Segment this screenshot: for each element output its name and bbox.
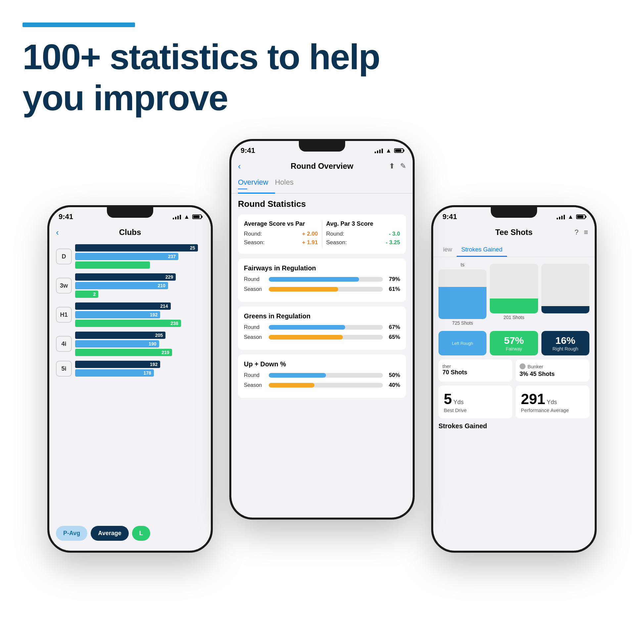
fairways-title: Fairways in Regulation xyxy=(244,264,400,272)
pct-cards-row: Left Rough 57% Fairway 16% Right Rough xyxy=(438,331,589,355)
updown-season-track xyxy=(269,383,383,388)
average-button[interactable]: Average xyxy=(91,526,128,541)
club-row-d: D 25 237 xyxy=(56,244,204,269)
tab-holes[interactable]: Holes xyxy=(275,175,300,193)
club-label-h1: H1 xyxy=(56,307,72,323)
right-status-time: 9:41 xyxy=(442,212,457,221)
strokes-gained-label: Strokes Gained xyxy=(438,422,589,430)
phones-container: 9:41 ▲ ‹ Clubs xyxy=(41,139,603,609)
shot-col-ts: ts 725 Shots xyxy=(438,262,486,326)
pct-card-left: Left Rough xyxy=(438,331,486,355)
l-button[interactable]: L xyxy=(132,526,150,541)
updown-card: Up + Down % Round 50% Season 40% xyxy=(238,354,406,398)
center-wifi-icon: ▲ xyxy=(386,147,391,154)
phone-center: 9:41 ▲ ‹ Round Overview xyxy=(229,139,415,520)
club-label-5i: 5i xyxy=(56,361,72,377)
other-value: 70 Shots xyxy=(442,369,508,376)
greens-season-label: Season xyxy=(244,334,265,340)
bottom-buttons: P-Avg Average L xyxy=(49,526,211,541)
updown-round-pct: 50% xyxy=(386,372,400,379)
perf-avg-num: 291 xyxy=(521,391,545,407)
big-stat-best-drive: 5 Yds Best Drive xyxy=(438,386,512,418)
updown-round-track xyxy=(269,373,383,378)
small-stat-bunker: Bunker 3% 45 Shots xyxy=(516,359,589,382)
right-tab-strokes[interactable]: Strokes Gained xyxy=(457,244,507,257)
club-label-d: D xyxy=(56,249,72,264)
right-nav-title: Tee Shots xyxy=(495,228,533,237)
club-bars-3w: 229 210 2 xyxy=(75,273,204,298)
fairways-round-track xyxy=(269,277,383,282)
greens-round-track xyxy=(269,325,383,330)
right-tab-iew[interactable]: iew xyxy=(438,244,457,257)
greens-card: Greens in Regulation Round 67% Season xyxy=(238,306,406,350)
bunker-value: 3% 45 Shots xyxy=(520,371,585,378)
par3-season-label: Season: xyxy=(326,239,347,246)
shot-bar-ts xyxy=(438,269,486,319)
fairways-card: Fairways in Regulation Round 79% Season xyxy=(238,258,406,302)
club-bars-5i: 192 178 xyxy=(75,361,204,377)
club-bars-4i: 205 190 219 xyxy=(75,332,204,356)
other-label: ther xyxy=(442,363,508,369)
club-row-5i: 5i 192 178 xyxy=(56,361,204,377)
club-bars-d: 25 237 xyxy=(75,244,204,269)
tab-overview[interactable]: Overview xyxy=(238,175,275,194)
edit-icon[interactable]: ✎ xyxy=(400,162,406,170)
left-wifi-icon: ▲ xyxy=(184,213,190,220)
fairways-round-pct: 79% xyxy=(386,276,400,283)
par3-round-value: - 3.0 xyxy=(389,231,400,237)
pct-card-right-rough: 16% Right Rough xyxy=(541,331,589,355)
clubs-content: D 25 237 3w 229 210 2 xyxy=(49,241,211,385)
big-stat-performance: 291 Yds Performance Average xyxy=(516,386,589,418)
best-drive-num: 5 xyxy=(444,391,452,407)
phone-right: 9:41 ▲ Tee Shots xyxy=(431,205,597,553)
greens-round-pct: 67% xyxy=(386,324,400,331)
shot-col-3 xyxy=(541,262,589,326)
best-drive-label: Best Drive xyxy=(444,407,507,413)
fairways-season-track xyxy=(269,287,383,292)
left-battery-icon xyxy=(192,214,202,219)
right-rough-label: Right Rough xyxy=(552,346,578,351)
round-label: Round: xyxy=(244,231,262,237)
left-phone-notch xyxy=(107,207,153,218)
bunker-label: Bunker xyxy=(528,364,543,369)
shot-bar-3 xyxy=(541,264,589,313)
left-back-button[interactable]: ‹ xyxy=(56,227,59,238)
fairways-round-label: Round xyxy=(244,276,265,282)
club-row-3w: 3w 229 210 2 xyxy=(56,273,204,298)
center-back-button[interactable]: ‹ xyxy=(238,161,241,171)
center-phone-notch xyxy=(299,141,345,152)
shots-725: 725 Shots xyxy=(452,320,473,326)
season-value: + 1.91 xyxy=(302,239,318,246)
filter-icon[interactable]: ≡ xyxy=(584,228,588,237)
avg-score-title: Average Score vs Par xyxy=(244,220,318,227)
right-battery-icon xyxy=(576,214,585,219)
score-card: Average Score vs Par Round: + 2.00 Seaso… xyxy=(238,214,406,254)
phone-left: 9:41 ▲ ‹ Clubs xyxy=(47,205,213,553)
section-title: Round Statistics xyxy=(238,199,406,209)
shot-col-2: 201 Shots xyxy=(490,262,538,326)
updown-round-label: Round xyxy=(244,372,265,378)
club-label-4i: 4i xyxy=(56,336,72,352)
club-bars-h1: 214 192 238 xyxy=(75,302,204,327)
shot-col-ts-label: ts xyxy=(461,262,465,267)
right-nav-header: Tee Shots ? ≡ xyxy=(433,224,595,241)
greens-title: Greens in Regulation xyxy=(244,312,400,320)
club-label-3w: 3w xyxy=(56,278,72,294)
round-value: + 2.00 xyxy=(302,231,318,237)
bunker-icon xyxy=(520,363,526,369)
center-tab-bar: Overview Holes xyxy=(231,175,413,194)
tee-content: ts 725 Shots 201 Shots xyxy=(433,257,595,435)
shots-201: 201 Shots xyxy=(503,315,524,320)
fairways-season-label: Season xyxy=(244,286,265,292)
shot-bar-2 xyxy=(490,264,538,313)
greens-season-track xyxy=(269,335,383,340)
best-drive-unit: Yds xyxy=(453,399,464,405)
club-row-4i: 4i 205 190 219 xyxy=(56,332,204,356)
right-phone-notch xyxy=(491,207,537,218)
pavg-button[interactable]: P-Avg xyxy=(56,526,87,541)
help-icon[interactable]: ? xyxy=(575,228,578,237)
share-icon[interactable]: ⬆ xyxy=(389,162,395,170)
small-stat-other: ther 70 Shots xyxy=(438,359,512,382)
center-nav-header: ‹ Round Overview ⬆ ✎ xyxy=(231,158,413,175)
par3-season-value: - 3.25 xyxy=(386,239,400,246)
